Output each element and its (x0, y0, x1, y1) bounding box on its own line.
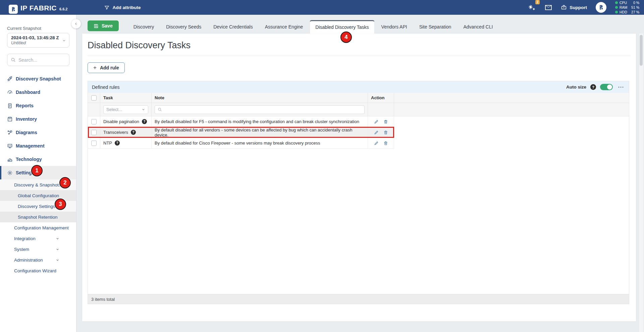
brand-name: IP FABRIC (20, 4, 57, 12)
table-row-transceivers[interactable]: Transceivers By default disabled for all… (88, 127, 394, 138)
system-settings-gears-icon[interactable]: 2 (527, 3, 536, 11)
diagrams-icon (7, 130, 13, 135)
tab-device-credentials[interactable]: Device Credentials (208, 20, 258, 34)
sidebar-search[interactable] (7, 54, 69, 66)
sidebar-collapse-button[interactable] (71, 19, 81, 29)
ram-status-dot-icon (615, 6, 618, 9)
tab-disabled-discovery-tasks[interactable]: Disabled Discovery Tasks (310, 20, 374, 34)
messages-envelope-icon[interactable] (545, 5, 552, 10)
tab-discovery[interactable]: Discovery (128, 20, 159, 34)
sidebar-item-inventory[interactable]: Inventory (0, 112, 76, 126)
gear-badge: 2 (535, 0, 540, 4)
task-filter-select[interactable]: Select... (103, 105, 148, 114)
panel-empty-area (88, 149, 629, 294)
tab-bar: Save Discovery Discovery Seeds Device Cr… (76, 15, 644, 34)
search-input[interactable] (18, 57, 62, 63)
sidebar-item-global-configuration[interactable]: Global Configuration (0, 190, 76, 201)
sidebar-item-reports[interactable]: Reports (0, 99, 76, 112)
autosize-label: Auto size (566, 85, 586, 90)
save-button[interactable]: Save (88, 20, 119, 31)
sidebar-item-snapshot-retention[interactable]: Snapshot Retention (0, 212, 76, 222)
ipfabric-logo-icon (9, 5, 18, 14)
hdd-status-dot-icon (615, 11, 618, 13)
tab-assurance-engine[interactable]: Assurance Engine (260, 20, 309, 34)
delete-trash-icon[interactable] (383, 141, 388, 146)
cpu-status-dot-icon (615, 1, 618, 4)
ram-stat: RAM 51 % (615, 5, 639, 10)
dashboard-icon (7, 90, 13, 95)
edit-pencil-icon[interactable] (374, 119, 379, 124)
row-checkbox[interactable] (91, 141, 97, 146)
edit-pencil-icon[interactable] (374, 130, 379, 135)
cpu-stat: CPU 0 % (615, 1, 639, 5)
search-icon (158, 107, 162, 112)
sidebar-item-diagrams[interactable]: Diagrams (0, 126, 76, 139)
sidebar-item-system[interactable]: System (0, 244, 76, 255)
tab-vendors-api[interactable]: Vendors API (376, 20, 413, 34)
chevron-down-icon (56, 247, 59, 251)
edit-pencil-icon[interactable] (374, 141, 379, 146)
user-avatar[interactable] (596, 2, 606, 13)
task-help-icon[interactable] (115, 141, 120, 146)
page-title: Disabled Discovery Tasks (82, 34, 636, 51)
task-help-icon[interactable] (131, 130, 136, 135)
sidebar-item-technology[interactable]: Technology (0, 153, 76, 166)
add-attribute-button[interactable]: Add attribute (104, 5, 141, 10)
system-stats: CPU 0 % RAM 51 % HDD 27 % (615, 1, 639, 14)
tab-site-separation[interactable]: Site Separation (414, 20, 457, 34)
vertical-scrollbar[interactable] (639, 34, 643, 332)
column-header-task[interactable]: Task (100, 93, 152, 103)
task-help-icon[interactable] (142, 119, 147, 124)
delete-trash-icon[interactable] (383, 130, 388, 135)
support-toolbox-icon (561, 4, 567, 10)
select-all-checkbox[interactable] (91, 95, 97, 101)
snapshot-selector[interactable]: 2024-01-03, 13:45:28 Z Untitled (7, 33, 69, 48)
settings-gear-icon (7, 170, 13, 176)
tab-advanced-cli[interactable]: Advanced CLI (458, 20, 498, 34)
main-content: Save Discovery Discovery Seeds Device Cr… (76, 15, 644, 332)
technology-icon (7, 157, 13, 162)
table-header-row: Task Note Action (88, 93, 629, 103)
scrollbar-thumb[interactable] (640, 35, 643, 66)
panel-title: Defined rules (92, 85, 120, 90)
column-header-note[interactable]: Note (152, 93, 368, 103)
topbar: IP FABRIC 6.6.2 Add attribute 2 Support (0, 0, 644, 15)
defined-rules-panel: Defined rules Auto size Task Note Action (88, 81, 629, 304)
sidebar-item-configuration-wizard[interactable]: Configuration Wizard (0, 265, 76, 276)
snapshot-date: 2024-01-03, 13:45:28 Z (11, 35, 60, 40)
support-button[interactable]: Support (561, 4, 587, 10)
autosize-help-icon[interactable] (590, 84, 596, 90)
chevron-down-icon (142, 108, 145, 111)
row-checkbox[interactable] (91, 119, 97, 124)
sidebar-item-configuration-management[interactable]: Configuration Management (0, 222, 76, 233)
table-row-disable-pagination[interactable]: Disable pagination By default disabled f… (88, 116, 394, 127)
note-filter-input[interactable] (164, 107, 362, 112)
row-checkbox[interactable] (91, 130, 97, 135)
sidebar-item-management[interactable]: Management (0, 139, 76, 153)
chevron-down-icon (62, 39, 66, 43)
title-divider (88, 56, 631, 56)
sidebar-item-integration[interactable]: Integration (0, 233, 76, 244)
sidebar-item-discovery-snapshot[interactable]: Discovery Snapshot (0, 72, 76, 86)
table-row-ntp[interactable]: NTP By default disabled for Cisco Firepo… (88, 138, 394, 149)
inventory-icon (7, 116, 13, 122)
search-icon (11, 57, 16, 62)
annotation-circle-1: 1 (31, 165, 43, 176)
reports-icon (7, 103, 13, 109)
sidebar-item-dashboard[interactable]: Dashboard (0, 86, 76, 99)
more-options-icon[interactable] (617, 86, 625, 89)
tab-discovery-seeds[interactable]: Discovery Seeds (161, 20, 207, 34)
rocket-icon (7, 76, 13, 82)
delete-trash-icon[interactable] (383, 119, 388, 124)
autosize-toggle[interactable] (600, 84, 613, 90)
plus-icon: + (93, 65, 97, 70)
save-floppy-icon (94, 23, 99, 29)
panel-header: Defined rules Auto size (88, 81, 629, 93)
management-icon (7, 143, 13, 149)
note-filter-search[interactable] (155, 105, 365, 114)
add-rule-button[interactable]: + Add rule (88, 62, 125, 73)
sidebar-item-administration[interactable]: Administration (0, 255, 76, 265)
brand: IP FABRIC 6.6.2 (9, 3, 67, 12)
filter-funnel-icon (104, 5, 109, 10)
brand-version: 6.6.2 (59, 7, 67, 11)
